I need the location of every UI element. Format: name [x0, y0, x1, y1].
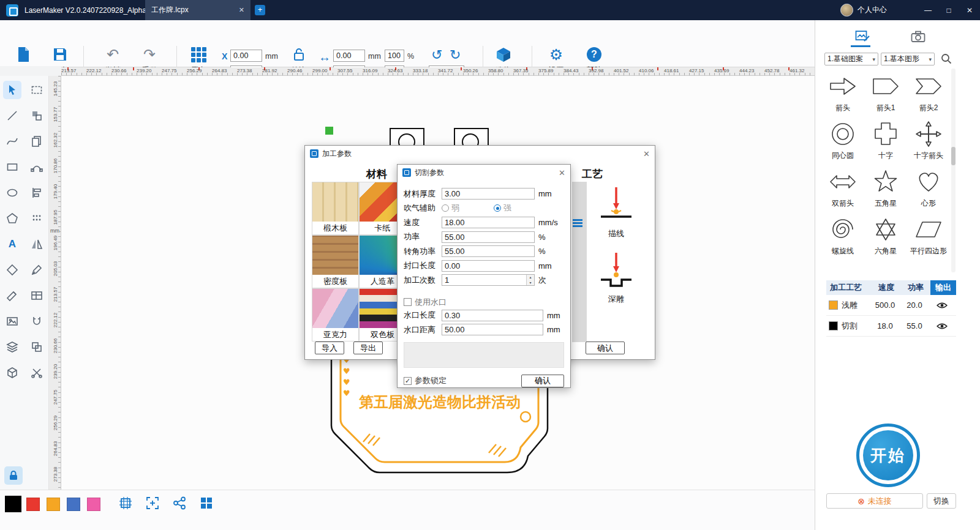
passes-spinner[interactable]: ▴▾ [526, 275, 534, 285]
x-input[interactable] [230, 50, 262, 62]
align-tool[interactable] [28, 184, 46, 202]
process-dialog-titlebar[interactable]: 加工参数 ✕ [305, 146, 655, 162]
share-node-button[interactable] [172, 495, 187, 511]
shape-item-concentric-circles[interactable]: 同心圆 [821, 116, 864, 164]
lock-canvas-button[interactable] [4, 466, 23, 485]
duplicate-tool[interactable] [28, 132, 46, 151]
search-button[interactable] [939, 51, 954, 66]
rotate-ccw-icon[interactable]: ↺ [431, 47, 442, 63]
line-tool[interactable] [3, 106, 21, 125]
shape-item-hexagram[interactable]: 六角星 [864, 212, 907, 259]
import-button[interactable]: 导入 [315, 342, 344, 354]
weld-tool[interactable] [3, 364, 21, 382]
thickness-input[interactable] [442, 188, 535, 200]
ellipse-tool[interactable] [3, 184, 21, 202]
layer-color-swatch[interactable] [829, 300, 838, 310]
fit-view-button[interactable] [145, 495, 160, 511]
magnet-tool[interactable] [28, 312, 46, 330]
rect-tool[interactable] [3, 158, 21, 176]
material-mdf[interactable]: 密度板 [312, 235, 359, 288]
new-tab-button[interactable]: + [255, 5, 265, 15]
image-tool[interactable] [3, 312, 21, 330]
pattern-category-select[interactable]: 1.基础图案 ▾ [824, 53, 878, 65]
shape-fill-tool[interactable] [28, 106, 46, 125]
select-tool[interactable] [3, 81, 21, 99]
corner-power-input[interactable] [442, 245, 535, 257]
visibility-eye-icon[interactable] [929, 323, 955, 330]
width-input[interactable] [333, 50, 365, 62]
air-weak-radio[interactable] [442, 204, 449, 212]
material-basswood[interactable]: 椴木板 [312, 182, 359, 235]
document-tab[interactable]: 工作牌.lcpx ✕ [145, 0, 251, 20]
speed-input[interactable] [442, 217, 535, 228]
layer-color-swatch[interactable] [829, 321, 838, 330]
shape-item-cross[interactable]: 十字 [864, 116, 907, 164]
split-tool[interactable] [28, 364, 46, 382]
use-tab-checkbox[interactable] [404, 298, 412, 306]
export-button[interactable]: 导出 [353, 342, 383, 354]
table-row-engrave[interactable]: 浅雕 500.0 20.0 [826, 295, 956, 316]
shape-item-parallelogram[interactable]: 平行四边形 [907, 212, 950, 259]
shape-category-select[interactable]: 1.基本图形 ▾ [881, 53, 935, 65]
param-lock-checkbox[interactable]: ✓ [404, 377, 412, 385]
tab-close-icon[interactable]: ✕ [239, 6, 244, 14]
visibility-eye-icon[interactable] [929, 302, 955, 309]
camera-tab[interactable] [909, 28, 927, 46]
scrollbar-thumb[interactable] [951, 147, 956, 165]
process-deep-engrave[interactable]: 深雕 [590, 252, 642, 305]
dialog-close-icon[interactable]: ✕ [643, 149, 650, 159]
maximize-button[interactable]: □ [938, 0, 959, 20]
text-tool[interactable]: A [3, 235, 21, 253]
width-percent-input[interactable] [385, 50, 404, 62]
tab-length-input[interactable] [442, 310, 543, 321]
shape-item-spiral[interactable]: 螺旋线 [821, 212, 864, 259]
table-tool[interactable] [28, 286, 46, 305]
cut-dialog-close-icon[interactable]: ✕ [559, 168, 565, 177]
table-row-cut[interactable]: 切割 18.0 55.0 [826, 316, 956, 337]
cut-confirm-button[interactable]: 确认 [521, 375, 564, 387]
diamond-tool[interactable] [3, 261, 21, 279]
shape-item-cross-arrows[interactable]: 十字箭头 [907, 116, 950, 164]
knife-tool[interactable] [3, 286, 21, 305]
switch-device-button[interactable]: 切换 [927, 493, 956, 509]
minimize-button[interactable]: — [918, 0, 938, 20]
shape-item-star[interactable]: 五角星 [864, 164, 907, 212]
tab-distance-input[interactable] [442, 324, 543, 335]
pen-tool[interactable] [28, 261, 46, 279]
passes-input[interactable] [442, 274, 535, 286]
power-input[interactable] [442, 231, 535, 243]
mirror-tool[interactable] [28, 235, 46, 253]
color-swatch-red[interactable] [26, 498, 40, 511]
design-library-tab[interactable] [853, 28, 872, 46]
close-button[interactable]: ✕ [959, 0, 980, 20]
material-acrylic[interactable]: 亚克力 [312, 288, 359, 342]
shape-item-heart[interactable]: 心形 [907, 164, 950, 212]
user-avatar[interactable] [840, 4, 853, 17]
marquee-tool[interactable] [28, 81, 46, 99]
shape-scrollbar[interactable] [951, 69, 956, 272]
color-swatch-orange[interactable] [47, 498, 60, 511]
user-center-label[interactable]: 个人中心 [858, 5, 887, 15]
shape-item-arrow2[interactable]: 箭头2 [907, 69, 950, 116]
polygon-tool[interactable] [3, 209, 21, 228]
grid-view-button[interactable] [198, 495, 214, 511]
nest-tool[interactable] [28, 338, 46, 356]
connection-status[interactable]: ⊗ 未连接 [826, 493, 923, 509]
seal-length-input[interactable] [442, 260, 535, 272]
cut-dialog-titlebar[interactable]: 切割参数 ✕ [398, 165, 570, 181]
shape-item-arrow[interactable]: 箭头 [821, 69, 864, 116]
color-swatch-pink[interactable] [87, 498, 100, 511]
artboard-button[interactable] [118, 495, 134, 511]
color-swatch-black[interactable] [5, 496, 21, 512]
shape-item-double-arrow[interactable]: 双箭头 [821, 164, 864, 212]
node-edit-tool[interactable] [28, 158, 46, 176]
layers-tool[interactable] [3, 338, 21, 356]
shape-item-arrow1[interactable]: 箭头1 [864, 69, 907, 116]
process-outline[interactable]: 描线 [590, 186, 642, 239]
color-swatch-blue[interactable] [67, 498, 80, 511]
dot-grid-tool[interactable] [28, 209, 46, 228]
start-button[interactable]: 开始 [856, 424, 920, 487]
process-confirm-button[interactable]: 确认 [586, 342, 625, 354]
air-strong-radio[interactable] [494, 204, 501, 212]
rotate-cw-icon[interactable]: ↻ [450, 47, 461, 63]
